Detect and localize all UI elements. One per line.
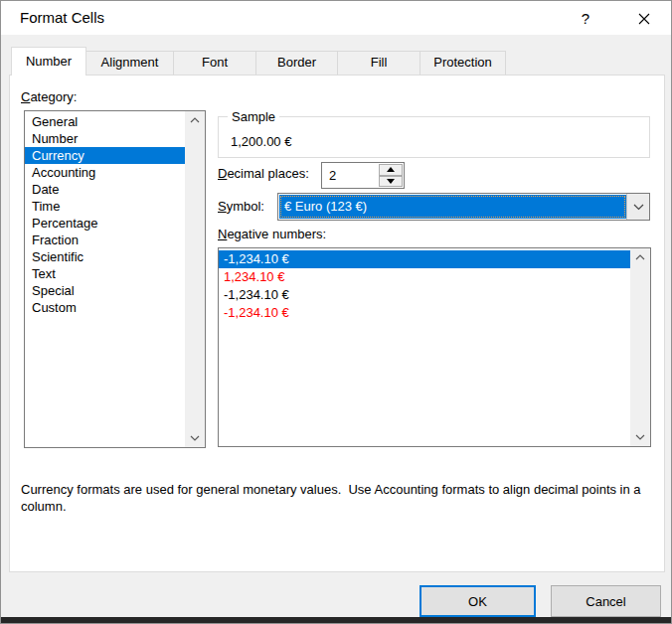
negative-numbers-label: Negative numbers: — [218, 227, 326, 241]
cancel-button[interactable]: Cancel — [551, 585, 661, 617]
category-item-time[interactable]: Time — [25, 198, 185, 215]
sample-value: 1,200.00 € — [231, 134, 291, 149]
decimal-places-spinner — [379, 164, 403, 187]
symbol-dropdown-button[interactable] — [626, 194, 649, 220]
spin-up-button[interactable] — [379, 164, 403, 176]
negative-numbers-items: -1,234.10 € 1,234.10 € -1,234.10 € -1,23… — [219, 250, 650, 446]
scroll-up-button[interactable] — [630, 248, 650, 266]
tab-number[interactable]: Number — [11, 47, 86, 76]
negative-numbers-listbox: -1,234.10 € 1,234.10 € -1,234.10 € -1,23… — [218, 247, 651, 447]
category-list-items: General Number Currency Accounting Date … — [25, 113, 205, 447]
category-item-custom[interactable]: Custom — [25, 299, 185, 316]
spin-up-icon — [387, 167, 395, 172]
tab-protection[interactable]: Protection — [420, 51, 506, 76]
symbol-combobox[interactable]: € Euro (123 €) — [277, 193, 650, 221]
spin-down-button[interactable] — [379, 176, 403, 188]
dialog-title: Format Cells — [20, 9, 104, 26]
category-label: Category: — [21, 89, 77, 104]
scroll-down-icon — [635, 434, 645, 440]
negative-format-option-4[interactable]: -1,234.10 € — [219, 304, 630, 322]
category-item-scientific[interactable]: Scientific — [25, 248, 185, 265]
tab-font[interactable]: Font — [173, 51, 256, 76]
category-description: Currency formats are used for general mo… — [21, 481, 667, 515]
category-item-text[interactable]: Text — [25, 265, 185, 282]
category-item-general[interactable]: General — [25, 113, 185, 130]
background-window-edge — [1, 617, 671, 623]
category-scrollbar[interactable] — [185, 111, 205, 447]
category-item-fraction[interactable]: Fraction — [25, 232, 185, 248]
decimal-places-input[interactable] — [322, 163, 377, 188]
category-item-accounting[interactable]: Accounting — [25, 164, 185, 181]
title-bar: Format Cells ? — [1, 1, 671, 35]
negative-numbers-scrollbar[interactable] — [630, 248, 650, 446]
tab-border[interactable]: Border — [255, 51, 338, 76]
sample-group: Sample 1,200.00 € — [218, 116, 650, 158]
negative-format-option-3[interactable]: -1,234.10 € — [219, 286, 630, 304]
ok-button[interactable]: OK — [420, 585, 536, 617]
category-item-currency[interactable]: Currency — [25, 147, 185, 164]
category-item-number[interactable]: Number — [25, 130, 185, 147]
category-item-special[interactable]: Special — [25, 282, 185, 299]
tab-fill[interactable]: Fill — [337, 51, 420, 76]
symbol-label: Symbol: — [218, 199, 264, 214]
format-cells-dialog: Format Cells ? Number Alignment Font Bor… — [0, 0, 672, 624]
negative-format-option-1[interactable]: -1,234.10 € — [219, 250, 630, 268]
chevron-down-icon — [633, 204, 644, 211]
symbol-selected-value[interactable]: € Euro (123 €) — [279, 195, 626, 219]
scroll-up-icon — [635, 254, 645, 260]
spin-down-icon — [387, 179, 395, 184]
tab-alignment[interactable]: Alignment — [85, 51, 174, 76]
scroll-down-icon — [190, 435, 200, 441]
close-button[interactable] — [623, 4, 665, 32]
category-item-date[interactable]: Date — [25, 181, 185, 198]
scroll-up-button[interactable] — [185, 111, 205, 129]
scroll-down-button[interactable] — [630, 428, 650, 446]
decimal-places-label: Decimal places: — [218, 166, 309, 181]
decimal-places-spinbox — [321, 162, 405, 189]
help-button[interactable]: ? — [568, 4, 603, 32]
category-listbox: General Number Currency Accounting Date … — [24, 110, 206, 448]
negative-format-option-2[interactable]: 1,234.10 € — [219, 268, 630, 286]
sample-legend: Sample — [228, 109, 279, 124]
category-item-percentage[interactable]: Percentage — [25, 215, 185, 232]
scroll-up-icon — [190, 117, 200, 123]
scroll-down-button[interactable] — [185, 429, 205, 447]
close-icon — [638, 13, 650, 25]
